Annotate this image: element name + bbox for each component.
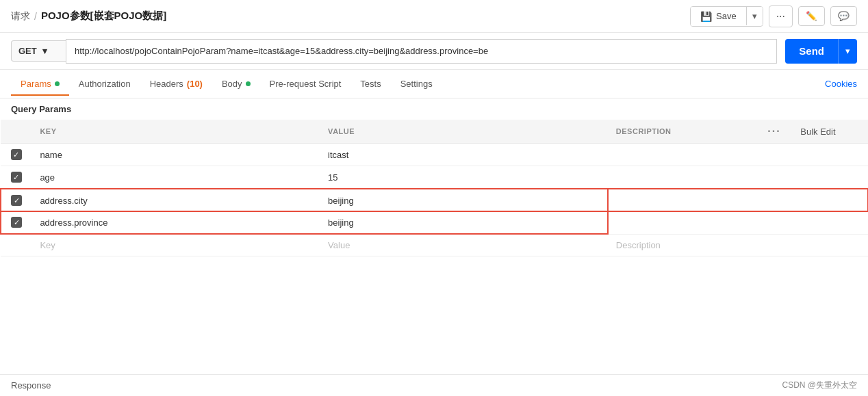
- method-label: GET: [18, 46, 37, 56]
- save-button[interactable]: 💾 Save: [691, 7, 746, 26]
- settings-tab-label: Settings: [400, 79, 433, 89]
- send-dropdown-button[interactable]: ▾: [838, 39, 857, 64]
- row-2-bulk: [792, 166, 868, 189]
- row-3-checkbox[interactable]: ✓: [11, 195, 22, 206]
- row-1-bulk: [792, 144, 868, 166]
- row-1-key[interactable]: name: [31, 144, 320, 166]
- col-header-key: KEY: [31, 120, 320, 144]
- page-title: POJO参数[嵌套POJO数据]: [41, 10, 166, 23]
- chevron-down-icon: ▾: [752, 11, 757, 21]
- placeholder-value[interactable]: Value: [320, 234, 608, 256]
- tab-authorization[interactable]: Authorization: [69, 72, 140, 96]
- edit-button[interactable]: ✏️: [798, 6, 825, 26]
- breadcrumb-request: 请求: [11, 10, 30, 23]
- tests-tab-label: Tests: [360, 79, 381, 89]
- pencil-icon: ✏️: [806, 11, 817, 21]
- placeholder-desc[interactable]: Description: [608, 234, 759, 256]
- method-chevron-icon: ▾: [42, 46, 47, 56]
- authorization-tab-label: Authorization: [79, 79, 131, 89]
- tab-pre-request[interactable]: Pre-request Script: [260, 72, 351, 96]
- tab-settings[interactable]: Settings: [391, 72, 442, 96]
- row-4-bulk: [792, 211, 868, 234]
- placeholder-key[interactable]: Key: [31, 234, 320, 256]
- table-row: ✓ address.city beijing: [1, 189, 868, 211]
- method-selector[interactable]: GET ▾: [11, 40, 66, 62]
- response-label: Response: [11, 380, 51, 391]
- row-3-more: [759, 189, 792, 211]
- col-header-more: ···: [759, 120, 792, 144]
- col-header-value: VALUE: [320, 120, 608, 144]
- row-4-checkbox[interactable]: ✓: [11, 217, 22, 228]
- send-label: Send: [799, 45, 824, 57]
- headers-tab-label: Headers: [150, 79, 183, 89]
- body-dot: [246, 81, 251, 86]
- url-input[interactable]: [66, 39, 777, 64]
- row-1-checkbox[interactable]: ✓: [11, 149, 22, 160]
- row-4-value[interactable]: beijing: [320, 211, 608, 234]
- tab-tests[interactable]: Tests: [350, 72, 390, 96]
- comment-button[interactable]: 💬: [830, 6, 857, 26]
- row-3-key[interactable]: address.city: [31, 189, 320, 211]
- table-row: ✓ address.province beijing: [1, 211, 868, 234]
- row-1-desc[interactable]: [608, 144, 759, 166]
- tab-params[interactable]: Params: [11, 72, 69, 96]
- row-3-check-cell: ✓: [1, 189, 31, 211]
- url-bar: GET ▾ Send ▾: [0, 33, 868, 70]
- row-3-bulk: [792, 189, 868, 211]
- params-dot: [55, 81, 60, 86]
- row-1-check-cell: ✓: [1, 144, 31, 166]
- row-2-key[interactable]: age: [31, 166, 320, 189]
- row-2-value[interactable]: 15: [320, 166, 608, 189]
- attribution: CSDN @失重外太空: [782, 380, 857, 391]
- placeholder-row: Key Value Description: [1, 234, 868, 256]
- header: 请求 / POJO参数[嵌套POJO数据] 💾 Save ▾ ··· ✏️ 💬: [0, 0, 868, 33]
- save-dropdown-button[interactable]: ▾: [746, 7, 763, 25]
- headers-badge: (10): [187, 79, 203, 89]
- row-2-more: [759, 166, 792, 189]
- send-chevron-icon: ▾: [845, 46, 850, 56]
- breadcrumb-area: 请求 / POJO参数[嵌套POJO数据]: [11, 10, 166, 23]
- pre-request-tab-label: Pre-request Script: [270, 79, 342, 89]
- bulk-edit-button[interactable]: Bulk Edit: [800, 127, 835, 137]
- more-dots-icon: ···: [776, 10, 785, 22]
- send-button-group: Send ▾: [785, 39, 857, 64]
- col-header-bulk: Bulk Edit: [792, 120, 868, 144]
- save-button-group[interactable]: 💾 Save ▾: [690, 6, 763, 27]
- row-4-check-cell: ✓: [1, 211, 31, 234]
- tab-headers[interactable]: Headers (10): [140, 72, 212, 96]
- tab-body[interactable]: Body: [212, 72, 260, 96]
- col-header-desc: DESCRIPTION: [608, 120, 759, 144]
- row-4-desc[interactable]: [608, 211, 759, 234]
- header-actions: 💾 Save ▾ ··· ✏️ 💬: [690, 5, 857, 27]
- section-title: Query Params: [0, 98, 868, 120]
- row-2-checkbox[interactable]: ✓: [11, 172, 22, 183]
- params-table: KEY VALUE DESCRIPTION ··· Bulk Edit ✓: [0, 120, 868, 256]
- cookies-link[interactable]: Cookies: [825, 79, 857, 89]
- more-options-button[interactable]: ···: [769, 5, 793, 27]
- content-area: Query Params KEY VALUE DESCRIPTION ··· B…: [0, 98, 868, 256]
- footer: Response CSDN @失重外太空: [0, 374, 868, 396]
- save-label: Save: [716, 11, 737, 21]
- comment-icon: 💬: [838, 11, 850, 21]
- cookies-label: Cookies: [825, 79, 857, 89]
- table-row: ✓ age 15: [1, 166, 868, 189]
- breadcrumb-sep: /: [34, 11, 37, 22]
- save-icon: 💾: [700, 11, 712, 22]
- table-more-dots-icon[interactable]: ···: [767, 125, 780, 137]
- placeholder-more: [759, 234, 792, 256]
- row-3-desc[interactable]: [608, 189, 759, 211]
- row-4-key[interactable]: address.province: [31, 211, 320, 234]
- col-header-check: [1, 120, 31, 144]
- row-1-more: [759, 144, 792, 166]
- row-2-desc[interactable]: [608, 166, 759, 189]
- placeholder-check: [1, 234, 31, 256]
- check-icon: ✓: [13, 151, 19, 159]
- check-icon: ✓: [13, 174, 19, 181]
- row-3-value[interactable]: beijing: [320, 189, 608, 211]
- table-row: ✓ name itcast: [1, 144, 868, 166]
- placeholder-bulk: [792, 234, 868, 256]
- row-1-value[interactable]: itcast: [320, 144, 608, 166]
- send-button[interactable]: Send: [785, 39, 838, 64]
- row-4-more: [759, 211, 792, 234]
- body-tab-label: Body: [222, 79, 242, 89]
